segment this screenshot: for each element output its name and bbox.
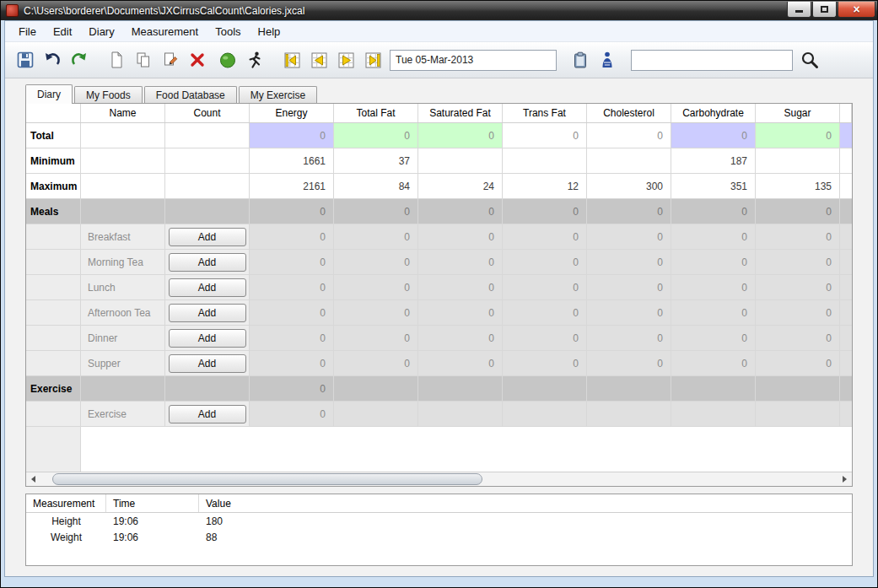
title-bar[interactable]: C:\Users\borderer\Documents\JXCirrusCalC… <box>1 1 877 20</box>
cell-name <box>81 174 165 198</box>
cell-saturated-fat: 0 <box>418 123 503 148</box>
row-label <box>26 300 81 325</box>
toolbar <box>5 42 873 78</box>
redo-button[interactable] <box>66 46 93 73</box>
add-dinner-button[interactable]: Add <box>169 329 246 348</box>
cell-trans-fat: 0 <box>503 199 587 224</box>
close-button[interactable]: × <box>838 2 875 18</box>
row-label <box>26 326 81 350</box>
scroll-left-button[interactable] <box>26 472 40 487</box>
measurement-row-height[interactable]: Height 19:06 180 <box>26 513 852 529</box>
menu-edit[interactable]: Edit <box>45 22 80 41</box>
cell-trans-fat: 0 <box>503 123 587 148</box>
add-afternoon-tea-button[interactable]: Add <box>169 304 246 322</box>
header-total-fat[interactable]: Total Fat <box>334 104 418 122</box>
cell-carbohydrate <box>671 402 756 426</box>
menu-measurement[interactable]: Measurement <box>123 22 207 41</box>
food-button[interactable] <box>214 46 241 73</box>
cell-saturated-fat <box>418 376 503 401</box>
cell-carbohydrate: 187 <box>671 148 756 173</box>
search-input[interactable] <box>631 50 793 71</box>
measurement-row-weight[interactable]: Weight 19:06 88 <box>26 529 852 545</box>
app-frame: File Edit Diary Measurement Tools Help <box>4 20 874 577</box>
table-filler <box>26 427 852 472</box>
header-time[interactable]: Time <box>106 494 199 512</box>
menu-help[interactable]: Help <box>250 22 289 41</box>
edit-entry-button[interactable] <box>157 46 184 73</box>
maximize-button[interactable] <box>812 2 837 18</box>
add-breakfast-button[interactable]: Add <box>169 228 246 246</box>
header-sugar[interactable]: Sugar <box>756 104 840 122</box>
cell-carbohydrate: 0 <box>671 351 756 375</box>
undo-button[interactable] <box>39 46 66 73</box>
cell-overflow <box>840 376 852 401</box>
header-value[interactable]: Value <box>199 494 852 512</box>
cell-sugar: 0 <box>756 275 840 299</box>
cell-name: Afternoon Tea <box>81 300 165 325</box>
header-carbohydrate[interactable]: Carbohydrate <box>671 104 756 122</box>
measurement-time: 19:06 <box>106 515 199 527</box>
header-measurement[interactable]: Measurement <box>26 494 106 512</box>
app-icon <box>6 4 19 17</box>
minimize-button[interactable] <box>787 2 811 18</box>
header-energy[interactable]: Energy <box>250 104 334 122</box>
cell-sugar: 0 <box>756 224 840 249</box>
cell-energy: 0 <box>250 376 334 401</box>
cell-saturated-fat: 0 <box>418 351 503 375</box>
cell-overflow <box>840 351 852 375</box>
cell-saturated-fat: 0 <box>418 326 503 350</box>
cell-total-fat: 0 <box>334 351 418 375</box>
add-morning-tea-button[interactable]: Add <box>169 253 246 272</box>
add-supper-button[interactable]: Add <box>169 354 246 373</box>
tab-diary[interactable]: Diary <box>25 84 73 104</box>
cell-name: Exercise <box>81 402 165 426</box>
cell-sugar <box>756 402 840 426</box>
menu-file[interactable]: File <box>10 22 45 41</box>
new-document-icon <box>107 51 126 69</box>
previous-day-button[interactable] <box>305 46 332 73</box>
body-measurement-button[interactable] <box>594 46 621 73</box>
scrollbar-track[interactable] <box>40 472 838 487</box>
cell-count <box>165 123 250 148</box>
copy-entry-button[interactable] <box>130 46 157 73</box>
header-name[interactable]: Name <box>81 104 165 122</box>
tab-my-foods[interactable]: My Foods <box>74 86 143 103</box>
exercise-button[interactable] <box>241 46 268 73</box>
first-day-button[interactable] <box>278 46 305 73</box>
menu-diary[interactable]: Diary <box>80 22 122 41</box>
measurement-log-button[interactable] <box>567 46 594 73</box>
tab-food-database[interactable]: Food Database <box>144 86 237 103</box>
cell-trans-fat <box>503 376 587 401</box>
cell-carbohydrate: 0 <box>671 250 756 274</box>
date-input[interactable] <box>390 50 557 71</box>
next-day-button[interactable] <box>332 46 359 73</box>
tab-my-exercise[interactable]: My Exercise <box>239 86 317 103</box>
cell-name <box>81 123 165 148</box>
cell-sugar <box>756 376 840 401</box>
menu-tools[interactable]: Tools <box>207 22 249 41</box>
cell-energy: 0 <box>250 402 334 426</box>
scrollbar-thumb[interactable] <box>52 473 482 485</box>
header-trans-fat[interactable]: Trans Fat <box>503 104 587 122</box>
delete-entry-button[interactable] <box>184 46 211 73</box>
horizontal-scrollbar[interactable] <box>26 472 852 486</box>
save-button[interactable] <box>12 46 39 73</box>
header-count[interactable]: Count <box>165 104 250 122</box>
new-entry-button[interactable] <box>103 46 130 73</box>
cell-sugar: 135 <box>756 174 840 198</box>
cell-carbohydrate: 351 <box>671 174 756 198</box>
header-saturated-fat[interactable]: Saturated Fat <box>418 104 503 122</box>
header-blank <box>26 104 81 122</box>
last-day-button[interactable] <box>359 46 386 73</box>
add-lunch-button[interactable]: Add <box>169 278 246 297</box>
scroll-right-button[interactable] <box>838 472 852 487</box>
cell-name: Lunch <box>81 275 165 299</box>
cell-energy: 0 <box>250 123 334 148</box>
cell-carbohydrate: 0 <box>671 300 756 325</box>
header-cholesterol[interactable]: Cholesterol <box>587 104 671 122</box>
add-exercise-button[interactable]: Add <box>169 405 246 423</box>
search-button[interactable] <box>796 46 823 73</box>
cell-overflow <box>840 402 852 426</box>
cell-overflow <box>840 148 852 173</box>
calendar-previous-icon <box>310 51 329 70</box>
